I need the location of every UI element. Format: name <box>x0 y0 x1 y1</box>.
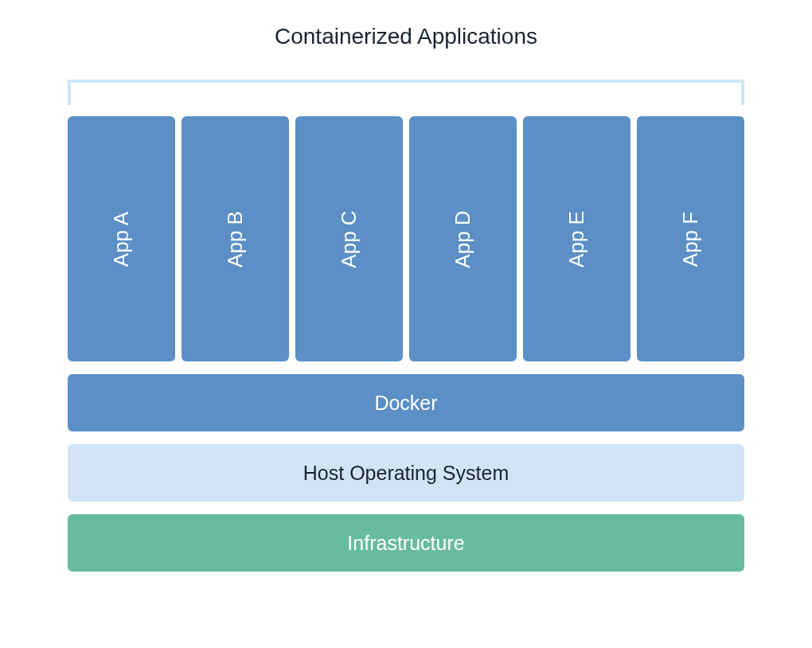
app-box-a: App A <box>68 116 175 361</box>
app-box-d: App D <box>409 116 517 361</box>
app-box-c: App C <box>295 116 403 361</box>
app-label: App E <box>564 211 589 267</box>
app-box-f: App F <box>637 116 744 361</box>
app-label: App A <box>109 211 134 266</box>
app-box-b: App B <box>182 116 289 361</box>
app-label: App C <box>337 210 361 267</box>
apps-bracket <box>68 80 744 105</box>
app-box-e: App E <box>523 116 630 361</box>
host-os-layer: Host Operating System <box>68 444 744 502</box>
diagram-title: Containerized Applications <box>68 24 744 49</box>
app-label: App D <box>451 210 475 267</box>
infrastructure-layer: Infrastructure <box>68 514 744 572</box>
app-label: App B <box>223 211 248 267</box>
apps-row: App A App B App C App D App E App F <box>68 116 744 361</box>
docker-layer: Docker <box>68 374 744 431</box>
app-label: App F <box>678 211 703 266</box>
